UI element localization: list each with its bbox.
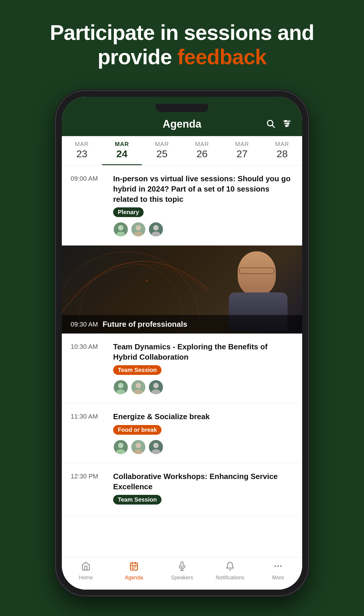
avatars-1130: [113, 439, 293, 455]
session-time-0900: 09:00 AM: [71, 175, 113, 182]
svg-point-19: [153, 383, 159, 388]
agenda-icon: [129, 561, 139, 573]
svg-point-8: [118, 225, 123, 231]
filter-icon[interactable]: [282, 119, 292, 130]
svg-point-13: [152, 232, 160, 237]
session-info-1030: Team Dynamics - Exploring the Benefits o…: [113, 342, 293, 395]
svg-point-25: [153, 443, 159, 448]
notch: [156, 104, 208, 112]
phone-shell: Agenda: [56, 91, 308, 595]
session-info-1130: Energize & Socialize break Food or break: [113, 412, 293, 454]
nav-label-more: More: [272, 575, 284, 581]
session-title-1030: Team Dynamics - Exploring the Benefits o…: [113, 342, 293, 362]
svg-point-10: [136, 225, 141, 231]
more-icon: [273, 561, 283, 573]
tag-plenary-0900: Plenary: [113, 207, 144, 217]
svg-point-6: [287, 123, 289, 124]
session-item-0930[interactable]: 09:30 AM Future of professionals: [62, 246, 302, 334]
tag-team-1030: Team Session: [113, 365, 161, 375]
avatars-0900: [113, 222, 293, 237]
avatar: [113, 439, 128, 455]
nav-label-speakers: Speakers: [171, 575, 193, 581]
session-title-1130: Energize & Socialize break: [113, 412, 293, 422]
date-tab-mar24[interactable]: MAR 24: [102, 136, 142, 165]
avatar: [148, 380, 164, 395]
svg-point-26: [152, 449, 160, 454]
session-item-0900[interactable]: 09:00 AM In-person vs virtual live sessi…: [62, 165, 302, 246]
avatar: [131, 439, 146, 455]
svg-point-40: [280, 565, 282, 567]
svg-point-17: [136, 383, 141, 388]
session-time-1030: 10:30 AM: [71, 343, 113, 351]
content-area[interactable]: 09:00 AM In-person vs virtual live sessi…: [62, 165, 302, 557]
notifications-icon: [225, 561, 235, 573]
speakers-icon: [177, 561, 187, 573]
home-icon: [81, 561, 91, 573]
svg-point-23: [136, 443, 141, 448]
header-line2: provide: [98, 45, 177, 69]
featured-title-0930: Future of professionals: [103, 320, 187, 329]
svg-point-24: [134, 449, 143, 454]
session-item-1130[interactable]: 11:30 AM Energize & Socialize break Food…: [62, 403, 302, 463]
session-item-1230[interactable]: 12:30 PM Collaborative Workshops: Enhanc…: [62, 463, 302, 517]
nav-item-home[interactable]: Home: [62, 561, 110, 581]
avatar: [113, 222, 128, 237]
svg-point-18: [134, 390, 143, 395]
notch-bar: [62, 97, 302, 114]
page-header: Participate in sessions and provide feed…: [0, 0, 364, 81]
svg-point-7: [286, 125, 287, 126]
date-tabs: MAR 23 MAR 24 MAR 25 MAR 26 MAR 27 MAR 2…: [62, 136, 302, 165]
nav-item-speakers[interactable]: Speakers: [158, 561, 206, 581]
bottom-nav: Home Agenda: [62, 557, 302, 590]
session-time-1230: 12:30 PM: [71, 473, 113, 480]
svg-point-14: [146, 280, 148, 282]
header-icons: [266, 119, 292, 130]
nav-label-agenda: Agenda: [125, 575, 143, 581]
date-tab-mar23[interactable]: MAR 23: [62, 136, 102, 165]
session-title-1230: Collaborative Workshops: Enhancing Servi…: [113, 471, 293, 492]
session-info-1230: Collaborative Workshops: Enhancing Servi…: [113, 471, 293, 508]
nav-label-notifications: Notifications: [216, 575, 244, 581]
date-tab-mar27[interactable]: MAR 27: [222, 136, 262, 165]
app-title: Agenda: [163, 118, 201, 130]
date-tab-mar26[interactable]: MAR 26: [182, 136, 222, 165]
avatars-1030: [113, 380, 293, 395]
session-info-0900: In-person vs virtual live sessions: Shou…: [113, 174, 293, 237]
svg-point-11: [134, 232, 143, 237]
date-tab-mar25[interactable]: MAR 25: [142, 136, 182, 165]
avatar: [113, 380, 128, 395]
tag-food-1130: Food or break: [113, 425, 161, 435]
nav-item-agenda[interactable]: Agenda: [110, 561, 158, 581]
svg-point-22: [116, 449, 125, 454]
session-item-1030[interactable]: 10:30 AM Team Dynamics - Exploring the B…: [62, 334, 302, 403]
svg-point-15: [118, 383, 123, 388]
svg-point-39: [277, 565, 279, 567]
avatar: [148, 222, 164, 237]
nav-item-notifications[interactable]: Notifications: [206, 561, 254, 581]
header-line1: Participate in sessions and: [50, 21, 314, 44]
app-header: Agenda: [62, 114, 302, 136]
header-highlight: feedback: [177, 45, 266, 69]
nav-label-home: Home: [79, 575, 93, 581]
svg-point-38: [275, 565, 276, 567]
svg-point-21: [118, 443, 123, 448]
svg-point-20: [152, 390, 160, 395]
avatar: [131, 222, 146, 237]
svg-point-12: [153, 225, 159, 231]
avatar: [148, 439, 164, 455]
featured-overlay: 09:30 AM Future of professionals: [62, 315, 302, 334]
svg-point-5: [285, 120, 286, 122]
featured-time-0930: 09:30 AM: [71, 321, 98, 328]
tag-team-1230: Team Session: [113, 495, 161, 505]
session-time-1130: 11:30 AM: [71, 413, 113, 420]
svg-line-1: [272, 125, 274, 127]
date-tab-mar28[interactable]: MAR 28: [262, 136, 302, 165]
svg-point-9: [116, 232, 125, 237]
avatar: [131, 380, 146, 395]
search-icon[interactable]: [266, 119, 275, 130]
phone-screen: Agenda: [62, 97, 302, 590]
svg-point-16: [116, 390, 125, 395]
session-title-0900: In-person vs virtual live sessions: Shou…: [113, 174, 293, 204]
nav-item-more[interactable]: More: [254, 561, 302, 581]
